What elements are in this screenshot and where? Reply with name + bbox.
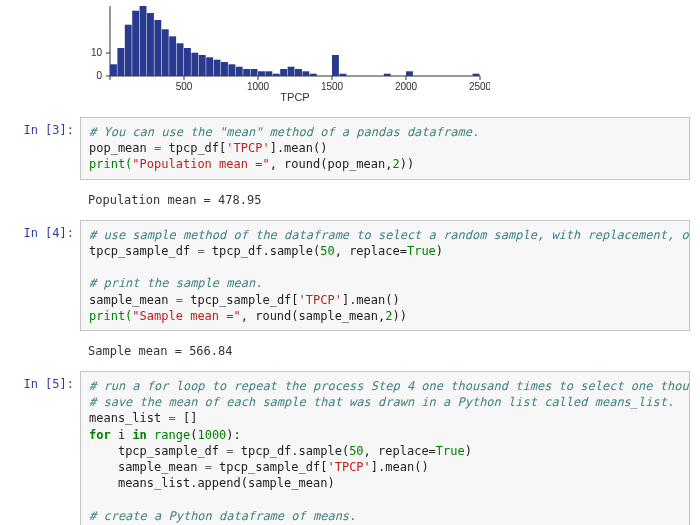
code-token: i	[118, 428, 125, 442]
code-token: sample_mean	[118, 460, 197, 474]
code-token: tpcp_df.sample(	[212, 244, 320, 258]
x-axis-label: TPCP	[280, 91, 309, 101]
notebook: 0 10 500 1000 1500 2000 2500 TPCP In [3]…	[0, 0, 700, 525]
code-token: 2	[392, 157, 399, 171]
svg-rect-14	[140, 6, 147, 76]
code-token: , replace=	[364, 444, 436, 458]
svg-rect-37	[310, 74, 317, 76]
input-prompt: In [4]:	[10, 220, 80, 331]
svg-rect-35	[295, 69, 302, 76]
histogram-svg: 0 10 500 1000 1500 2000 2500 TPCP	[70, 6, 490, 101]
code-token: tpcp_sample_df	[118, 444, 219, 458]
code-token: ))	[400, 157, 414, 171]
code-input[interactable]: # use sample method of the dataframe to …	[80, 220, 690, 331]
xtick-2000: 2000	[395, 81, 418, 92]
svg-rect-30	[258, 71, 265, 76]
code-token: means_list.append(sample_mean)	[118, 476, 335, 490]
comment: # save the mean of each sample that was …	[89, 395, 674, 409]
svg-rect-10	[110, 64, 117, 76]
svg-rect-23	[206, 57, 213, 76]
code-token: range	[154, 428, 190, 442]
code-cell-3: In [3]: # You can use the "mean" method …	[10, 117, 690, 180]
comment: # run a for loop to repeat the process S…	[89, 379, 690, 393]
svg-rect-13	[132, 11, 139, 76]
code-input[interactable]: # run a for loop to repeat the process S…	[80, 371, 690, 525]
xtick-1500: 1500	[321, 81, 344, 92]
code-token: , replace=	[335, 244, 407, 258]
code-token: 50	[320, 244, 334, 258]
code-cell-4: In [4]: # use sample method of the dataf…	[10, 220, 690, 331]
code-token: )	[436, 244, 443, 258]
xtick-1000: 1000	[247, 81, 270, 92]
ytick-10: 10	[91, 47, 103, 58]
code-token: True	[407, 244, 436, 258]
xtick-500: 500	[176, 81, 193, 92]
svg-rect-20	[184, 48, 191, 76]
svg-rect-38	[332, 55, 339, 76]
indent	[89, 476, 118, 490]
svg-rect-21	[191, 53, 198, 76]
code-token: )	[465, 444, 472, 458]
comment: # create a Python dataframe of means.	[89, 509, 356, 523]
code-token: "Sample mean ="	[132, 309, 240, 323]
svg-rect-19	[177, 43, 184, 76]
svg-rect-11	[117, 48, 124, 76]
code-token: , round(sample_mean,	[241, 309, 386, 323]
ytick-0: 0	[96, 70, 102, 81]
code-token: =	[154, 141, 161, 155]
code-token: tpcp_df.sample(	[241, 444, 349, 458]
xtick-2500: 2500	[469, 81, 490, 92]
xticks: 500 1000 1500 2000 2500	[110, 76, 490, 92]
code-token: ].mean()	[342, 293, 400, 307]
svg-rect-29	[251, 69, 258, 76]
svg-rect-18	[169, 36, 176, 76]
code-token: =	[197, 244, 204, 258]
code-token: ].mean()	[371, 460, 429, 474]
code-token: for	[89, 428, 111, 442]
output-cell-4: Sample mean = 566.84	[10, 337, 690, 365]
svg-rect-40	[384, 74, 391, 76]
input-prompt: In [5]:	[10, 371, 80, 525]
code-output: Population mean = 478.95	[80, 186, 690, 214]
input-prompt: In [3]:	[10, 117, 80, 180]
code-token: means_list	[89, 411, 161, 425]
code-token: 1000	[197, 428, 226, 442]
output-cell-3: Population mean = 478.95	[10, 186, 690, 214]
code-token: 50	[349, 444, 363, 458]
code-cell-5: In [5]: # run a for loop to repeat the p…	[10, 371, 690, 525]
svg-rect-26	[228, 64, 235, 76]
code-token: 'TPCP'	[327, 460, 370, 474]
code-token: "Population mean ="	[132, 157, 269, 171]
code-token: ):	[226, 428, 240, 442]
svg-rect-24	[214, 60, 221, 76]
comment: # You can use the "mean" method of a pan…	[89, 125, 479, 139]
output-prompt	[10, 186, 80, 214]
svg-rect-25	[221, 62, 228, 76]
code-token: print(	[89, 157, 132, 171]
svg-rect-42	[473, 74, 480, 76]
code-token: =	[226, 444, 233, 458]
svg-rect-12	[125, 25, 132, 76]
code-token: 'TPCP'	[299, 293, 342, 307]
histogram-output: 0 10 500 1000 1500 2000 2500 TPCP	[10, 0, 690, 111]
svg-rect-22	[199, 55, 206, 76]
code-token: tpcp_sample_df[	[190, 293, 298, 307]
svg-rect-33	[280, 69, 287, 76]
code-token: tpcp_sample_df	[89, 244, 190, 258]
code-token: ].mean()	[270, 141, 328, 155]
code-token: =	[176, 293, 183, 307]
code-token: []	[183, 411, 197, 425]
svg-rect-31	[265, 71, 272, 76]
svg-rect-32	[273, 74, 280, 76]
svg-rect-17	[162, 29, 169, 76]
svg-rect-27	[236, 67, 243, 76]
comment: # use sample method of the dataframe to …	[89, 228, 690, 242]
code-output: Sample mean = 566.84	[80, 337, 690, 365]
output-prompt	[10, 337, 80, 365]
svg-rect-39	[339, 74, 346, 76]
code-input[interactable]: # You can use the "mean" method of a pan…	[80, 117, 690, 180]
svg-rect-36	[302, 71, 309, 76]
code-token: in	[132, 428, 146, 442]
code-token: , round(pop_mean,	[270, 157, 393, 171]
indent	[89, 460, 118, 474]
